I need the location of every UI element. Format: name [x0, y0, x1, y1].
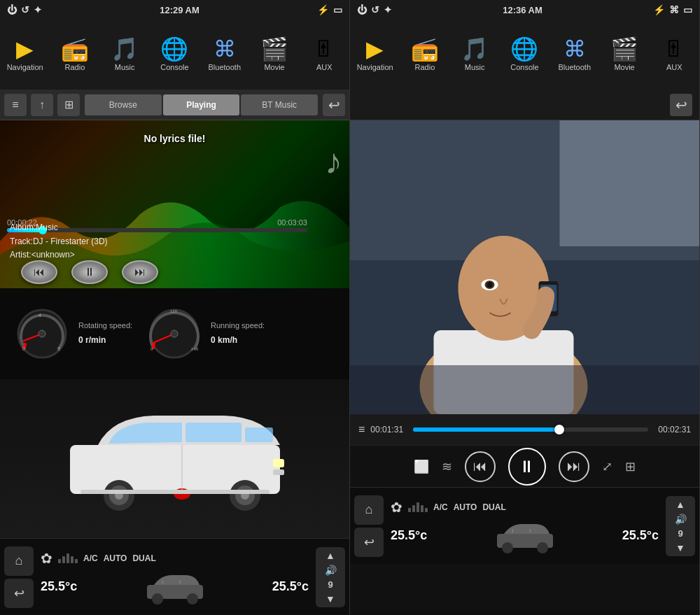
back-nav-button[interactable]: ↩ — [4, 579, 34, 608]
nav-aux[interactable]: 🎚 AUX — [300, 38, 349, 71]
bt-music-tab[interactable]: BT Music — [241, 94, 318, 115]
nav-bluetooth[interactable]: ⌘ Bluetooth — [200, 38, 249, 71]
right-navigation-label: Navigation — [357, 63, 393, 71]
right-bar-3 — [416, 502, 419, 512]
speed-value: 0 km/h — [211, 333, 265, 348]
svg-point-2 — [38, 330, 46, 337]
right-ac-nav-btns: ⌂ ↩ — [354, 495, 384, 557]
right-brightness-icon: ✦ — [384, 4, 392, 15]
bar-2 — [62, 556, 65, 563]
fan-icon: ✿ — [41, 550, 52, 567]
volume-icon: 🔊 — [325, 565, 337, 576]
nav-navigation[interactable]: ▶ Navigation — [0, 38, 50, 71]
prev-button[interactable]: ⏮ — [21, 260, 57, 284]
dual-label: DUAL — [132, 553, 155, 563]
auto-label: AUTO — [104, 553, 127, 563]
right-aux-icon: 🎚 — [663, 38, 685, 60]
bar-5 — [75, 559, 78, 563]
home-button[interactable]: ⌂ — [4, 546, 34, 576]
playlist-icon[interactable]: ≡ — [358, 423, 365, 436]
video-progress-bar[interactable] — [413, 427, 648, 432]
right-nav-bluetooth[interactable]: ⌘ Bluetooth — [550, 38, 599, 71]
navigation-label: Navigation — [7, 63, 43, 71]
svg-text:0: 0 — [22, 346, 25, 351]
right-ac-top-row: ✿ A/C AUTO DUAL — [391, 499, 659, 516]
nav-music[interactable]: 🎵 Music — [100, 38, 150, 71]
aux-label: AUX — [316, 63, 332, 71]
right-back-nav-icon: ↩ — [364, 535, 374, 550]
right-nav-aux[interactable]: 🎚 AUX — [650, 38, 699, 71]
right-back-nav-button[interactable]: ↩ — [354, 528, 384, 557]
right-home-button[interactable]: ⌂ — [354, 495, 384, 525]
browse-tab[interactable]: Browse — [85, 94, 162, 115]
video-pause-button[interactable]: ⏸ — [508, 448, 546, 486]
right-nav-movie[interactable]: 🎬 Movie — [599, 38, 649, 71]
right-bar-2 — [412, 505, 415, 512]
track-info: Album:Music Track:DJ - Firestarter (3D) … — [10, 221, 108, 262]
left-nav-bar: ▶ Navigation 📻 Radio 🎵 Music 🌐 Console ⌘… — [0, 20, 349, 90]
ac-car-icon: ↕ ↕ — [133, 570, 217, 605]
back-button[interactable]: ↩ — [323, 94, 345, 116]
equalizer-button[interactable]: ≡ — [4, 94, 27, 116]
charge-icon: ⚡ — [317, 4, 329, 15]
share-button[interactable]: ↑ — [31, 94, 53, 116]
svg-rect-33 — [560, 120, 700, 246]
nav-radio[interactable]: 📻 Radio — [50, 38, 99, 71]
video-next-button[interactable]: ⏭ — [559, 451, 589, 482]
resize-icon[interactable]: ⤢ — [602, 459, 612, 474]
right-charge-icon: ⚡ — [653, 4, 665, 15]
eq-icon[interactable]: ≋ — [442, 459, 452, 474]
right-fan-icon: ✿ — [391, 499, 402, 516]
video-frame — [350, 120, 699, 414]
nav-console[interactable]: 🌐 Console — [150, 38, 200, 71]
playing-tab[interactable]: Playing — [163, 94, 240, 115]
right-nav-console[interactable]: 🌐 Console — [500, 38, 550, 71]
right-panel: ⏻ ↺ ✦ 12:36 AM ⚡ ⌘ ▭ ▶ Navigation 📻 Radi… — [350, 0, 700, 615]
right-home-icon: ⌂ — [365, 502, 373, 517]
right-status-right: ⚡ ⌘ ▭ — [653, 4, 692, 15]
svg-point-46 — [537, 542, 548, 553]
movie-icon: 🎬 — [260, 38, 288, 60]
next-button[interactable]: ⏭ — [122, 260, 158, 284]
left-volume-control[interactable]: ▲ 🔊 9 ▼ — [316, 547, 345, 607]
left-panel: ⏻ ↺ ✦ 12:29 AM ⚡ ▭ ▶ Navigation 📻 Radio … — [0, 0, 350, 615]
left-ac-center: ✿ A/C AUTO DUAL 25.5°c — [36, 547, 313, 607]
aux-icon: 🎚 — [313, 38, 335, 60]
svg-rect-13 — [186, 423, 241, 442]
music-toolbar: ≡ ↑ ⊞ Browse Playing BT Music ↩ — [0, 90, 349, 120]
right-nav-music[interactable]: 🎵 Music — [450, 38, 500, 71]
right-volume-down-icon: ▼ — [676, 542, 685, 553]
right-volume-control[interactable]: ▲ 🔊 9 ▼ — [666, 496, 695, 556]
video-back-button[interactable]: ↩ — [670, 94, 692, 116]
speed-gauge-svg: 0 120 240 — [146, 306, 202, 362]
right-ac-car-icon: ↕ ↕ — [483, 518, 567, 553]
bluetooth-label: Bluetooth — [209, 63, 241, 71]
right-nav-navigation[interactable]: ▶ Navigation — [350, 38, 400, 71]
right-auto-label: AUTO — [454, 502, 477, 512]
gauges-section: 0 4 8 Rotating speed: 0 r/min 0 120 240 — [0, 288, 349, 379]
right-fan-speed-bars — [408, 502, 428, 512]
nav-movie[interactable]: 🎬 Movie — [249, 38, 299, 71]
right-nav-radio[interactable]: 📻 Radio — [400, 38, 449, 71]
svg-point-45 — [502, 542, 513, 553]
music-player: No lyrics file! ♪ 00:00:22 00:03:03 Albu… — [0, 120, 349, 288]
music-tabs: Browse Playing BT Music — [84, 94, 318, 115]
video-prev-button[interactable]: ⏮ — [465, 451, 496, 482]
video-controls-bar: ≡ 00:01:31 00:02:31 — [350, 414, 699, 445]
fullscreen-icon[interactable]: ⊞ — [625, 459, 636, 474]
right-status-bar: ⏻ ↺ ✦ 12:36 AM ⚡ ⌘ ▭ — [350, 0, 699, 20]
right-movie-icon: 🎬 — [610, 38, 638, 60]
pause-button[interactable]: ⏸ — [71, 260, 108, 284]
album-text: Album:Music — [10, 221, 108, 234]
right-nav-bar: ▶ Navigation 📻 Radio 🎵 Music 🌐 Console ⌘… — [350, 20, 699, 90]
right-ac-center: ✿ A/C AUTO DUAL 25.5°c — [386, 496, 663, 556]
grid-button[interactable]: ⊞ — [57, 94, 80, 116]
video-time-total: 00:02:31 — [658, 425, 691, 434]
right-music-icon: 🎵 — [461, 38, 489, 60]
svg-rect-22 — [273, 469, 284, 475]
left-status-bar: ⏻ ↺ ✦ 12:29 AM ⚡ ▭ — [0, 0, 349, 20]
aspect-ratio-icon[interactable]: ⬜ — [414, 459, 429, 474]
expand-icon: ▭ — [333, 4, 342, 15]
console-label: Console — [160, 63, 188, 71]
power-icon: ⏻ — [7, 4, 17, 15]
